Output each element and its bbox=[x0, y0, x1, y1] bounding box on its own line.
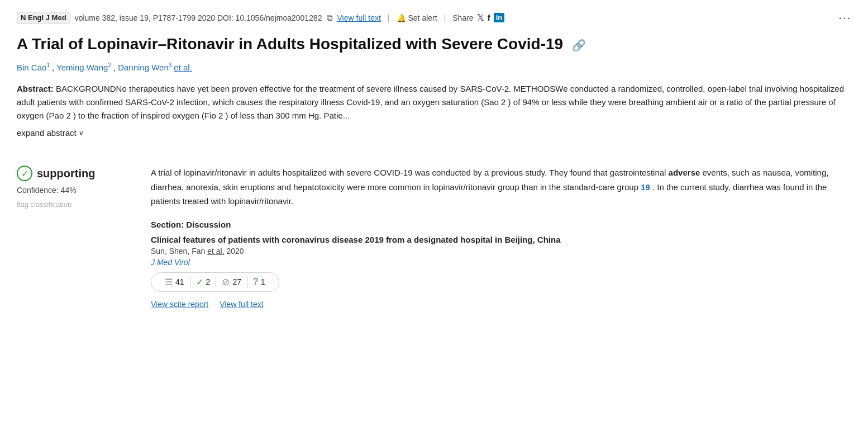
supporting-check-icon: ✓ bbox=[17, 166, 32, 181]
stat-unknown: ? 1 bbox=[247, 277, 271, 287]
title-link-icon[interactable]: 🔗 bbox=[572, 39, 586, 51]
bell-icon: 🔔 bbox=[397, 13, 406, 22]
expand-arrow-icon: ∨ bbox=[79, 129, 84, 137]
unknown-icon: ? bbox=[253, 277, 258, 287]
expand-abstract-button[interactable]: expand abstract ∨ bbox=[17, 128, 84, 138]
view-scite-report-link[interactable]: View scite report bbox=[151, 300, 208, 309]
share-section: Share 𝕏 f in bbox=[452, 12, 504, 23]
classification-badge: ✓ supporting bbox=[17, 166, 128, 181]
header-bar: N Engl J Med volume 382, issue 19, P1787… bbox=[17, 11, 851, 24]
confidence-text: Confidence: 44% bbox=[17, 186, 128, 195]
et-al-ref: et al. bbox=[207, 247, 224, 256]
stat-unknown-number: 1 bbox=[261, 277, 265, 286]
author-1-link[interactable]: Bin Cao1 bbox=[17, 62, 50, 72]
citation-ref-19[interactable]: 19 bbox=[641, 182, 650, 192]
citation-bold-word: adverse bbox=[669, 168, 700, 177]
journal-badge: N Engl J Med bbox=[17, 12, 70, 23]
set-alert-button[interactable]: 🔔 Set alert bbox=[397, 13, 437, 22]
more-options-button[interactable]: ··· bbox=[838, 11, 851, 24]
stat-contradicting-number: 27 bbox=[232, 277, 241, 286]
separator-1: | bbox=[388, 13, 390, 22]
abstract-section: Abstract: BACKGROUNDNo therapeutics have… bbox=[17, 82, 851, 122]
contradicting-icon: ⊘ bbox=[222, 276, 230, 288]
supporting-label: supporting bbox=[37, 167, 95, 180]
header-meta: volume 382, issue 19, P1787-1799 2020 DO… bbox=[75, 13, 322, 22]
authors-line: Bin Cao1, Yeming Wang2, Danning Wen3 et … bbox=[17, 62, 851, 72]
twitter-icon[interactable]: 𝕏 bbox=[477, 12, 484, 23]
copy-icon: ⧉ bbox=[327, 13, 333, 23]
referenced-journal-link[interactable]: J Med Virol bbox=[151, 258, 851, 267]
content-area: ✓ supporting Confidence: 44% flag classi… bbox=[17, 166, 851, 309]
author-3-link[interactable]: Danning Wen3 bbox=[118, 62, 171, 72]
bottom-links: View scite report View full text bbox=[151, 300, 851, 309]
stats-badges-row: ☰ 41 ✓ 2 ⊘ 27 ? 1 bbox=[151, 272, 279, 292]
et-al-link[interactable]: et al. bbox=[174, 63, 192, 72]
author-2-link[interactable]: Yeming Wang2 bbox=[56, 62, 111, 72]
citation-text: A trial of lopinavir/ritonavir in adults… bbox=[151, 166, 851, 209]
citation-text-before: A trial of lopinavir/ritonavir in adults… bbox=[151, 168, 669, 177]
stat-total: ☰ 41 bbox=[159, 277, 190, 287]
flag-classification-link[interactable]: flag classification bbox=[17, 200, 71, 209]
stat-supporting-number: 2 bbox=[206, 277, 211, 286]
view-full-text-bottom-link[interactable]: View full text bbox=[220, 300, 263, 309]
referenced-paper-meta: Sun, Shen, Fan et al. 2020 bbox=[151, 247, 851, 256]
facebook-icon[interactable]: f bbox=[488, 13, 490, 22]
paper-title: A Trial of Lopinavir–Ritonavir in Adults… bbox=[17, 34, 851, 54]
abstract-text: BACKGROUNDNo therapeutics have yet been … bbox=[17, 84, 844, 120]
right-panel: A trial of lopinavir/ritonavir in adults… bbox=[151, 166, 851, 309]
left-panel: ✓ supporting Confidence: 44% flag classi… bbox=[17, 166, 128, 309]
stat-supporting: ✓ 2 bbox=[190, 277, 217, 287]
view-full-text-link[interactable]: View full text bbox=[337, 13, 381, 22]
referenced-paper-title: Clinical features of patients with coron… bbox=[151, 235, 851, 244]
document-icon: ☰ bbox=[165, 277, 173, 287]
separator-2: | bbox=[444, 13, 446, 22]
stat-contradicting: ⊘ 27 bbox=[216, 276, 247, 288]
linkedin-icon[interactable]: in bbox=[494, 13, 505, 22]
supporting-icon: ✓ bbox=[196, 277, 203, 287]
section-label: Section: Discussion bbox=[151, 220, 851, 229]
abstract-label: Abstract: bbox=[17, 84, 54, 93]
stat-total-number: 41 bbox=[175, 277, 184, 286]
